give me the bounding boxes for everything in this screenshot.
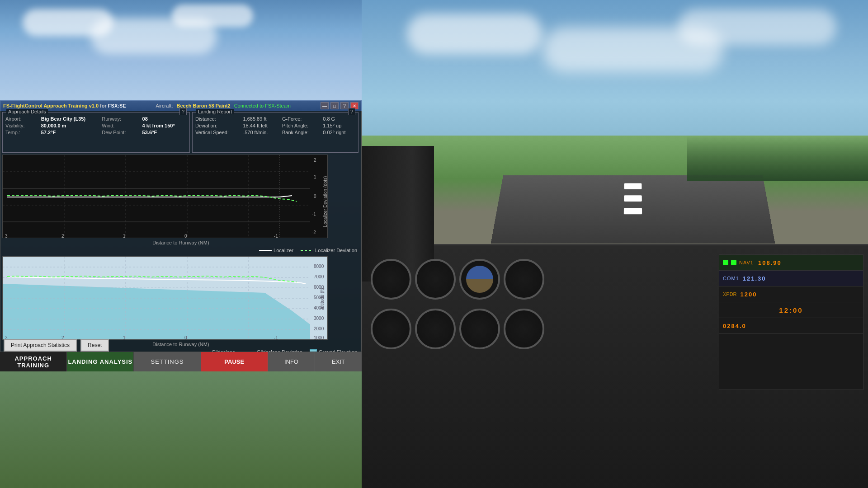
trees (687, 136, 868, 181)
distance-label: Distance: (195, 116, 238, 122)
info-button[interactable]: INFO (268, 352, 315, 371)
temp-value: 57.2°F (41, 130, 98, 135)
localizer-legend-item: Localizer (259, 248, 293, 253)
landing-report-help[interactable]: ? (348, 108, 355, 115)
svg-text:1: 1 (123, 234, 126, 238)
pitch-label: Pitch Angle: (282, 123, 318, 128)
wind-value: 4 kt from 150° (142, 123, 187, 128)
bank-label: Bank Angle: (282, 130, 318, 135)
print-stats-button[interactable]: Print Approach Statistics (4, 339, 77, 352)
approach-details-help[interactable]: ? (179, 108, 187, 115)
svg-text:-2: -2 (312, 230, 316, 235)
svg-text:3000: 3000 (314, 316, 324, 321)
svg-text:Localizer Deviation (dots): Localizer Deviation (dots) (323, 176, 328, 227)
svg-text:0: 0 (184, 234, 187, 238)
localizer-chart-title: Distance to Runway (NM) (0, 239, 362, 246)
exit-button[interactable]: EXIT (315, 352, 362, 371)
instruments-row2 (371, 309, 544, 349)
landing-analysis-button[interactable]: LANDING ANALYSIS (67, 352, 134, 371)
localizer-deviation-legend-item: Localizer Deviation (301, 248, 357, 253)
help-button[interactable]: ? (340, 102, 349, 109)
ground-area (362, 136, 868, 244)
vspeed-label: Vertical Speed: (195, 130, 238, 135)
localizer-label: Localizer (274, 248, 293, 253)
visibility-value: 80,000.0 m (41, 123, 98, 128)
sky-cockpit (362, 0, 868, 145)
localizer-line-icon (259, 250, 272, 251)
localizer-legend: Localizer Localizer Deviation (0, 246, 362, 254)
landing-report-section: Landing Report ? Distance: 1,685.89 ft G… (192, 112, 359, 153)
svg-text:2: 2 (314, 158, 316, 163)
glideslope-chart-wrapper: 8000 7000 6000 5000 4000 3000 2000 1000 … (2, 256, 359, 340)
svg-text:2000: 2000 (314, 326, 324, 331)
pause-button[interactable]: PAUSE (201, 352, 268, 371)
landing-report-label: Landing Report (196, 109, 234, 114)
reset-button[interactable]: Reset (80, 339, 109, 352)
approach-details-grid: Airport: Big Bear City (L35) Runway: 08 … (3, 113, 189, 137)
instruments-row1 (371, 259, 544, 300)
wind-label: Wind: (102, 123, 137, 128)
svg-marker-20 (3, 284, 310, 340)
svg-text:0: 0 (314, 194, 316, 199)
cloud-r1 (407, 14, 542, 54)
distance-value: 1,685.89 ft (243, 116, 278, 122)
maximize-button[interactable]: □ (330, 102, 339, 109)
temp-label: Temp.: (5, 130, 37, 135)
svg-text:2: 2 (61, 234, 64, 238)
svg-text:8000: 8000 (314, 264, 324, 269)
avionics-stack: NAV1 108.90 COM1 121.30 XPDR 1200 12:00 … (719, 254, 863, 390)
vspeed-value: -570 ft/min. (243, 130, 278, 135)
deviation-value: 18.44 ft left (243, 123, 278, 128)
action-bar: APPROACH TRAINING LANDING ANALYSIS SETTI… (0, 352, 362, 371)
cockpit-dashboard: N71FS NAV1 108.90 (362, 244, 868, 488)
runway (491, 175, 775, 244)
aircraft-label: Aircraft: (156, 103, 173, 108)
localizer-deviation-label: Localizer Deviation (315, 248, 357, 253)
visibility-label: Visibility: (5, 123, 37, 128)
localizer-deviation-line-icon (301, 250, 313, 251)
svg-text:3: 3 (5, 234, 8, 238)
airport-label: Airport: (5, 116, 37, 122)
runway-value: 08 (142, 116, 187, 122)
svg-text:-1: -1 (274, 234, 278, 238)
connection-status: Connected to FSX-Steam (234, 103, 291, 108)
svg-text:-1: -1 (312, 212, 316, 217)
landing-report-grid: Distance: 1,685.89 ft G-Force: 0.8 G Dev… (193, 113, 358, 137)
deviation-label: Deviation: (195, 123, 238, 128)
dewpoint-label: Dew Point: (102, 130, 137, 135)
approach-training-button[interactable]: APPROACH TRAINING (0, 352, 67, 371)
minimize-button[interactable]: — (321, 102, 329, 109)
title-bar-left: FS-FlightControl Approach Training v1.0 … (3, 103, 126, 108)
bank-value: 0.02° right (323, 130, 355, 135)
app-title: FS-FlightControl Approach Training v1.0 … (3, 103, 126, 108)
svg-text:7000: 7000 (314, 274, 324, 279)
settings-button[interactable]: SETTINGS (134, 352, 201, 371)
runway-label: Runway: (102, 116, 137, 122)
gforce-value: 0.8 G (323, 116, 355, 122)
airport-value: Big Bear City (L35) (41, 116, 98, 122)
svg-text:Altitude (ft): Altitude (ft) (320, 288, 325, 310)
charts-container: 2 1 0 -1 -2 3 2 1 0 -1 Localizer Deviati… (0, 155, 362, 356)
approach-details-label: Approach Details (6, 109, 48, 114)
title-bar-center: Aircraft: Beech Baron 58 Paint2 Connecte… (156, 103, 291, 108)
cockpit-view: N71FS NAV1 108.90 (362, 0, 868, 488)
approach-details-section: Approach Details ? Airport: Big Bear Cit… (2, 112, 190, 153)
cloud-r3 (678, 9, 836, 45)
gforce-label: G-Force: (282, 116, 318, 122)
glideslope-chart-svg: 8000 7000 6000 5000 4000 3000 2000 1000 … (2, 256, 328, 340)
pitch-value: 1.15° up (323, 123, 355, 128)
dewpoint-value: 53.6°F (142, 130, 187, 135)
cloud-3 (172, 5, 253, 27)
svg-text:1: 1 (314, 174, 316, 179)
localizer-chart-wrapper: 2 1 0 -1 -2 3 2 1 0 -1 Localizer Deviati… (2, 155, 359, 238)
localizer-chart-svg: 2 1 0 -1 -2 3 2 1 0 -1 Localizer Deviati… (2, 155, 328, 238)
